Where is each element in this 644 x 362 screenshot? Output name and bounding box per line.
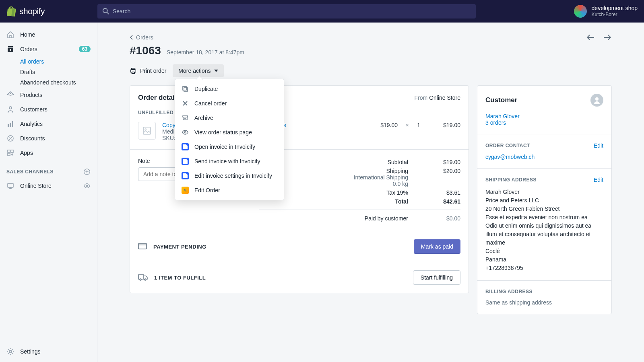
subnav-drafts[interactable]: Drafts (20, 67, 97, 77)
dropdown-edit-order[interactable]: Edit Order (175, 183, 284, 197)
nav-customers[interactable]: Customers (0, 102, 97, 117)
svg-rect-3 (8, 124, 9, 127)
order-card-title: Order details (138, 94, 180, 102)
customer-section: Customer Marah Glover 3 orders (477, 86, 611, 134)
customer-email-link[interactable]: cygav@mobweb.ch (485, 154, 603, 160)
start-fulfilling-button[interactable]: Start fulfilling (413, 270, 460, 285)
sales-channels-header: SALES CHANNELS (0, 160, 97, 179)
breadcrumb-back[interactable]: Orders (130, 34, 153, 41)
discounts-icon (6, 134, 14, 142)
svg-rect-7 (8, 150, 10, 152)
svg-rect-4 (10, 123, 11, 127)
svg-rect-5 (12, 121, 13, 127)
main-content: Orders #1063 September 18, 2017 at 8:47p… (97, 23, 644, 330)
avatar (574, 5, 587, 18)
customers-icon (6, 105, 14, 113)
svg-point-19 (145, 129, 146, 130)
more-actions-button[interactable]: More actions (173, 64, 223, 77)
mark-as-paid-button[interactable]: Mark as paid (414, 239, 460, 254)
item-mult: × (406, 122, 409, 128)
view-store-icon[interactable] (83, 182, 91, 189)
search-wrap (97, 4, 476, 19)
dropdown-archive[interactable]: Archive (175, 111, 284, 125)
home-icon (6, 31, 14, 39)
svg-point-24 (595, 97, 599, 101)
image-placeholder-icon (142, 126, 151, 135)
actions-row: Print order More actions Duplicate Cance… (130, 64, 612, 77)
svg-rect-21 (138, 275, 144, 279)
orders-subnav: All orders Drafts Abandoned checkouts (0, 56, 97, 88)
logo[interactable]: shopify (6, 6, 97, 16)
orders-badge: 63 (79, 46, 91, 52)
svg-rect-16 (183, 116, 188, 117)
payment-status-row: PAYMENT PENDING Mark as paid (130, 231, 469, 262)
dropdown-open-invoice[interactable]: Open invoice in Invoicify (175, 140, 284, 154)
svg-point-1 (10, 93, 11, 94)
shopify-bag-icon (6, 6, 16, 16)
customer-name-link[interactable]: Marah Glover (485, 113, 603, 119)
customer-orders-link[interactable]: 3 orders (485, 119, 603, 126)
brand-text: shopify (19, 6, 45, 16)
sidebar: Home Orders 63 All orders Drafts Abandon… (0, 23, 97, 330)
next-arrow-icon[interactable] (603, 34, 612, 41)
nav-discounts[interactable]: Discounts (0, 131, 97, 146)
account-primary: development shop (592, 5, 638, 12)
nav-analytics[interactable]: Analytics (0, 117, 97, 131)
edit-contact-link[interactable]: Edit (594, 142, 603, 149)
shipping-address: Marah Glover Price and Peters LLC 20 Nor… (485, 188, 603, 272)
more-actions-dropdown: Duplicate Cancel order Archive View orde… (175, 79, 284, 200)
item-total: $19.00 (428, 122, 460, 128)
account-menu[interactable]: development shop Kutch-Borer (558, 5, 638, 18)
pagination-arrows (586, 34, 612, 41)
svg-point-22 (140, 279, 141, 280)
online-store-icon (6, 182, 14, 190)
item-pricing: $19.00 × 1 $19.00 (380, 122, 460, 128)
orders-icon (6, 45, 14, 53)
nav-online-store[interactable]: Online Store (0, 179, 97, 193)
dropdown-edit-invoice-settings[interactable]: Edit invoice settings in Invoicify (175, 169, 284, 183)
eye-icon (182, 129, 189, 136)
svg-rect-14 (183, 86, 186, 90)
edit-order-icon (182, 187, 189, 194)
account-text: development shop Kutch-Borer (592, 5, 638, 17)
edit-shipping-link[interactable]: Edit (594, 177, 603, 183)
subnav-abandoned[interactable]: Abandoned checkouts (20, 77, 97, 88)
dropdown-send-invoice[interactable]: Send invoice with Invoicify (175, 154, 284, 169)
cancel-icon (182, 100, 189, 107)
order-from: From Online Store (415, 95, 460, 101)
apps-icon (6, 149, 14, 157)
shipping-address-section: SHIPPING ADDRESS Edit Marah Glover Price… (477, 168, 611, 280)
svg-rect-15 (184, 88, 188, 91)
nav-orders[interactable]: Orders 63 (0, 42, 97, 56)
item-qty: 1 (417, 122, 420, 128)
payment-icon (138, 243, 147, 250)
invoicify-icon (182, 158, 189, 165)
dropdown-duplicate[interactable]: Duplicate (175, 82, 284, 96)
invoicify-icon (182, 172, 189, 179)
duplicate-icon (182, 85, 189, 93)
add-channel-icon[interactable] (83, 168, 91, 175)
order-from-channel[interactable]: Online Store (429, 95, 460, 101)
svg-point-2 (9, 107, 12, 109)
archive-icon (182, 114, 189, 121)
print-order-link[interactable]: Print order (130, 67, 166, 74)
nav-home[interactable]: Home (0, 27, 97, 42)
prev-arrow-icon[interactable] (586, 34, 595, 41)
invoicify-icon (182, 143, 189, 150)
person-icon (593, 96, 601, 104)
fulfillment-status-row: 1 ITEM TO FULFILL Start fulfilling (130, 262, 469, 293)
subnav-all-orders[interactable]: All orders (20, 56, 97, 67)
dropdown-cancel[interactable]: Cancel order (175, 96, 284, 111)
printer-icon (130, 67, 137, 74)
chevron-left-icon (130, 35, 134, 40)
svg-rect-8 (11, 150, 13, 152)
nav-apps[interactable]: Apps (0, 146, 97, 160)
products-icon (6, 91, 14, 99)
nav-products[interactable]: Products (0, 88, 97, 102)
svg-point-12 (86, 185, 88, 187)
search-input[interactable] (97, 4, 476, 19)
page-title-row: #1063 September 18, 2017 at 8:47pm (130, 44, 612, 57)
dropdown-view-status[interactable]: View order status page (175, 125, 284, 140)
account-secondary: Kutch-Borer (592, 12, 638, 17)
billing-address-section: BILLING ADDRESS Same as shipping address (477, 280, 611, 314)
